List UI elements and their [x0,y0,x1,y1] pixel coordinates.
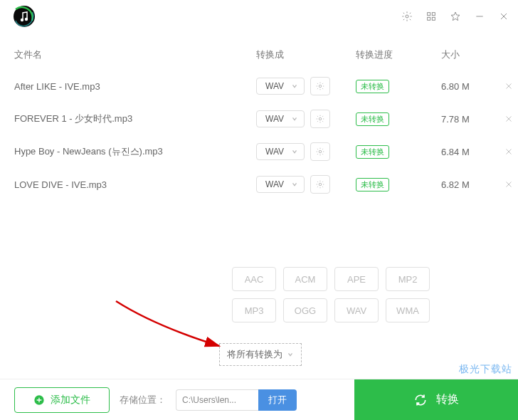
remove-file-icon[interactable] [504,114,514,124]
status-badge: 未转换 [356,80,389,93]
format-value: WAV [265,179,284,189]
watermark-text: 极光下载站 [459,363,512,376]
format-option-button[interactable]: OGG [283,298,327,322]
format-option-button[interactable]: MP3 [232,298,276,322]
bottom-toolbar: 添加文件 存储位置： 打开 转换 [0,379,518,420]
convert-all-label: 将所有转换为 [227,348,282,361]
gear-icon [315,114,325,124]
file-settings-button[interactable] [310,175,330,194]
file-row: LOVE DIVE - IVE.mp3 WAV 未转换 6.82 M [14,168,504,201]
close-icon[interactable] [498,11,509,22]
format-select[interactable]: WAV [256,110,305,127]
file-name: After LIKE - IVE.mp3 [14,81,256,92]
header-progress: 转换进度 [356,48,441,61]
header-size: 大小 [441,48,498,61]
format-option-button[interactable]: WMA [386,298,430,322]
chevron-down-icon [291,181,298,188]
star-icon[interactable] [450,11,461,22]
file-row: FOREVER 1 - 少女时代.mp3 WAV 未转换 7.78 M [14,103,504,135]
minimize-icon[interactable] [474,11,485,22]
remove-file-icon[interactable] [504,81,514,91]
gear-icon [315,179,325,189]
file-settings-button[interactable] [310,142,330,161]
file-size: 6.84 M [441,147,498,157]
format-options-grid: AACACMAPEMP2MP3OGGWAVWMA [232,267,430,322]
svg-rect-7 [432,17,435,20]
format-option-button[interactable]: WAV [334,298,379,322]
storage-label: 存储位置： [120,394,166,406]
format-option-button[interactable]: AAC [232,267,276,291]
svg-point-11 [319,183,322,186]
add-file-button[interactable]: 添加文件 [14,387,110,413]
add-file-label: 添加文件 [51,394,90,406]
convert-button[interactable]: 转换 [354,379,518,421]
chevron-down-icon [291,115,298,122]
refresh-icon [413,393,428,407]
app-logo [13,5,36,28]
svg-point-8 [319,85,322,88]
format-select[interactable]: WAV [256,78,305,95]
format-value: WAV [265,114,284,124]
chevron-down-icon [291,148,298,155]
settings-icon[interactable] [401,11,413,22]
format-option-button[interactable]: ACM [283,267,327,291]
status-badge: 未转换 [356,145,389,159]
svg-point-9 [319,117,322,120]
remove-file-icon[interactable] [504,179,514,189]
svg-point-3 [406,15,408,18]
chevron-down-icon [291,83,298,90]
file-row: Hype Boy - NewJeans (뉴진스).mp3 WAV 未转换 6.… [14,135,504,168]
file-settings-button[interactable] [310,77,330,95]
svg-point-2 [25,18,28,21]
file-name: FOREVER 1 - 少女时代.mp3 [14,112,256,125]
format-select[interactable]: WAV [256,176,305,193]
svg-rect-6 [428,17,430,20]
gear-icon [315,81,325,91]
open-folder-button[interactable]: 打开 [258,389,297,411]
svg-point-10 [319,150,322,153]
file-size: 6.80 M [441,81,498,92]
gear-icon [315,147,325,157]
svg-rect-4 [428,13,430,16]
remove-file-icon[interactable] [504,147,514,157]
svg-point-1 [21,19,23,21]
status-badge: 未转换 [356,112,389,126]
file-settings-button[interactable] [310,110,330,128]
grid-icon[interactable] [426,11,437,22]
file-size: 6.82 M [441,179,498,190]
format-value: WAV [265,147,284,157]
header-name: 文件名 [14,48,256,61]
convert-all-dropdown[interactable]: 将所有转换为 [219,343,302,366]
annotation-arrow [112,298,233,355]
convert-button-label: 转换 [436,392,459,407]
format-select[interactable]: WAV [256,143,305,160]
storage-path-input[interactable] [176,389,258,411]
file-name: LOVE DIVE - IVE.mp3 [14,179,256,190]
format-value: WAV [265,81,284,91]
header-format: 转换成 [256,48,356,61]
table-header: 文件名 转换成 转换进度 大小 [0,33,518,70]
file-name: Hype Boy - NewJeans (뉴진스).mp3 [14,145,256,158]
format-option-button[interactable]: MP2 [386,267,430,291]
svg-rect-5 [432,13,435,16]
plus-circle-icon [33,394,45,406]
status-badge: 未转换 [356,178,389,191]
file-row: After LIKE - IVE.mp3 WAV 未转换 6.80 M [14,70,504,103]
format-option-button[interactable]: APE [334,267,379,291]
file-size: 7.78 M [441,114,498,125]
